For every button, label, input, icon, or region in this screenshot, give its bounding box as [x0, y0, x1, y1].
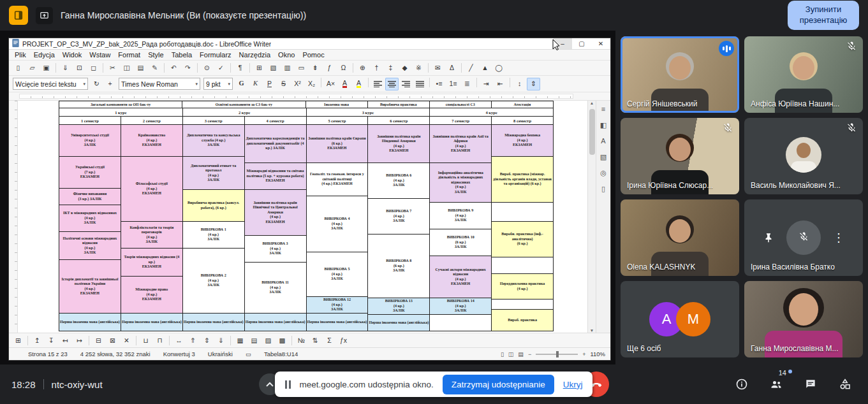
paste-button[interactable]: ▤ [134, 62, 147, 75]
paragraph-style-combo[interactable]: Wcięcie treści tekstu ▾ [13, 78, 88, 90]
participant-tile-8[interactable]: Ганна Мирославівна М... [744, 281, 863, 357]
italic-button[interactable]: K [249, 78, 262, 90]
insert-special-character-button[interactable]: Ω [337, 62, 350, 75]
insert-row-above-button[interactable]: ↥ [31, 334, 44, 347]
sidebar-menu-button[interactable]: ≡ [598, 104, 609, 114]
insert-image-button[interactable]: ▧ [267, 62, 280, 75]
document-area[interactable]: Загальні компоненти за ОП бак-туОсвітні … [18, 101, 587, 333]
writer-title-bar[interactable]: PROJEKT_OP_C3_MV_ZP_bak_2025_Рада робото… [9, 38, 610, 50]
font-name-combo[interactable]: Times New Roman ▾ [119, 78, 200, 90]
insert-cross-reference-button[interactable]: ※ [412, 62, 425, 75]
menu-style[interactable]: Style [144, 51, 167, 59]
numbered-list-button[interactable]: 1≡ [446, 78, 460, 90]
book-view-button[interactable]: ▤ [518, 351, 524, 357]
print-button[interactable]: ⊡ [73, 62, 86, 75]
find-replace-button[interactable]: ⊙ [200, 62, 214, 75]
align-center-button[interactable] [385, 78, 399, 90]
cut-button[interactable]: ✂ [106, 62, 119, 75]
gallery-button[interactable]: ▧ [598, 152, 609, 162]
align-bottom-button[interactable]: ⇓ [214, 334, 228, 347]
zoom-level[interactable]: 110% [590, 350, 605, 357]
align-justify-button[interactable] [413, 78, 427, 90]
menu-tabela[interactable]: Tabela [168, 51, 196, 59]
font-size-combo[interactable]: 9 pkt ▾ [203, 78, 233, 90]
scroll-up-arrow[interactable]: ▲ [590, 101, 594, 105]
bold-button[interactable]: G [235, 78, 248, 90]
page-settings-button[interactable]: ▯ [598, 184, 609, 194]
formatting-marks-button[interactable]: ¶ [233, 62, 247, 75]
delete-row-button[interactable]: ⊟ [92, 334, 105, 347]
insert-table2-button[interactable]: ⊞ [11, 334, 25, 347]
decrease-indent-button[interactable]: ⇤ [494, 78, 507, 90]
border-style-button[interactable]: ▤ [247, 334, 261, 347]
insert-textbox-button[interactable]: ▭ [295, 62, 308, 75]
styles-button[interactable]: A [598, 136, 609, 146]
stop-sharing-button[interactable]: Zatrzymaj udostępnianie [443, 375, 554, 394]
align-left-button[interactable] [371, 78, 385, 90]
insert-field-button[interactable]: ƒ [323, 62, 336, 75]
align-top-button[interactable]: ⇑ [186, 334, 200, 347]
participant-tile-4[interactable]: Василь Миколайович Я... [744, 118, 863, 194]
insert-column-left-button[interactable]: ↤ [59, 334, 72, 347]
insert-comment-button[interactable]: ✉ [431, 62, 445, 75]
align-right-button[interactable] [399, 78, 413, 90]
participant-tile-6[interactable]: ⋮Ірина Василівна Братко [744, 199, 863, 276]
navigator-button[interactable]: ◎ [598, 168, 609, 178]
activities-button[interactable] [837, 377, 853, 392]
clone-formatting-button[interactable]: ✎ [148, 62, 161, 75]
pause-sharing-icon[interactable] [285, 380, 291, 389]
track-changes-button[interactable]: Δ [445, 62, 459, 75]
new-style-button[interactable]: + [103, 78, 117, 90]
pin-button[interactable] [761, 230, 776, 245]
delete-table-button[interactable]: ✕ [120, 334, 133, 347]
insert-table-button[interactable]: ⊞ [253, 62, 266, 75]
close-button[interactable]: ✕ [591, 38, 610, 49]
maximize-button[interactable]: ▢ [572, 38, 591, 49]
clear-formatting-button[interactable]: A× [324, 78, 337, 90]
vertical-ruler[interactable] [9, 101, 18, 333]
table-background-button[interactable]: ▩ [276, 334, 289, 347]
menu-narzędzia[interactable]: Narzędzia [235, 51, 275, 59]
participant-tile-5[interactable]: Olena KALASHNYK [621, 199, 739, 276]
zoom-slider-knob[interactable] [556, 351, 559, 357]
zoom-out-button[interactable]: − [528, 351, 531, 357]
paragraph-spacing-button[interactable]: ↕ [513, 78, 526, 90]
menu-wstaw[interactable]: Wstaw [85, 51, 114, 59]
info-button[interactable] [734, 377, 749, 392]
page-indicator[interactable]: Strona 15 z 23 [28, 350, 68, 357]
split-cells-button[interactable]: ⊓ [153, 334, 166, 347]
export-pdf-button[interactable]: ⇓ [59, 62, 72, 75]
scroll-down-arrow[interactable]: ▼ [590, 328, 594, 333]
insert-footnote-button[interactable]: † [370, 62, 383, 75]
print-preview-button[interactable]: ◻ [87, 62, 100, 75]
more-options-button[interactable]: ⋮ [831, 230, 846, 245]
bullet-list-button[interactable]: •≡ [432, 78, 446, 90]
update-style-button[interactable]: ↻ [90, 78, 103, 90]
page-break-button[interactable]: ⇟ [309, 62, 322, 75]
optimize-size-button[interactable]: ↔ [172, 334, 186, 347]
insert-line-button[interactable]: ╱ [464, 62, 478, 75]
superscript-button[interactable]: X² [291, 78, 304, 90]
formula-button[interactable]: ƒx [337, 334, 350, 347]
minimize-button[interactable]: – [553, 38, 572, 49]
sum-button[interactable]: Σ [323, 334, 336, 347]
merge-cells-button[interactable]: ⊔ [139, 334, 152, 347]
subscript-button[interactable]: X₂ [305, 78, 318, 90]
single-page-view-button[interactable]: ▯ [501, 351, 504, 357]
underline-button[interactable]: P [263, 78, 276, 90]
people-button[interactable] [769, 377, 784, 392]
font-color-button[interactable]: A [338, 78, 351, 90]
zoom-slider[interactable] [536, 354, 578, 355]
participant-tile-1[interactable]: Сергій Янішевський [621, 36, 739, 113]
participant-tile-7[interactable]: AMЩе 6 осіб [621, 281, 739, 357]
open-file-button[interactable]: ▱ [26, 62, 39, 75]
hide-banner-link[interactable]: Ukryj [563, 380, 583, 389]
stop-presentation-button[interactable]: Зупинити презентацію [788, 1, 859, 30]
undo-button[interactable]: ↶ [167, 62, 180, 75]
participant-tile-2[interactable]: Анфіса Юріївна Нашин... [744, 36, 863, 113]
strikethrough-button[interactable]: S [277, 78, 290, 90]
show-draw-functions-button[interactable]: ◯ [492, 62, 506, 75]
menu-widok[interactable]: Widok [59, 51, 86, 59]
word-count[interactable]: 4 252 słowa, 32 352 znaki [80, 350, 151, 357]
number-format-button[interactable]: № [295, 334, 308, 347]
